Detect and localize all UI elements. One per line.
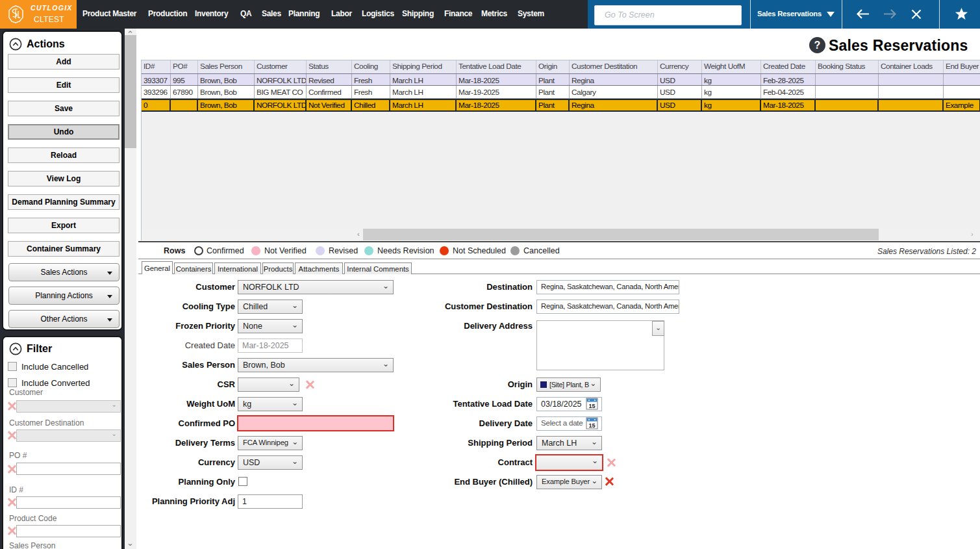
svg-text:15: 15 [588,403,595,409]
svg-text:15: 15 [588,422,595,429]
